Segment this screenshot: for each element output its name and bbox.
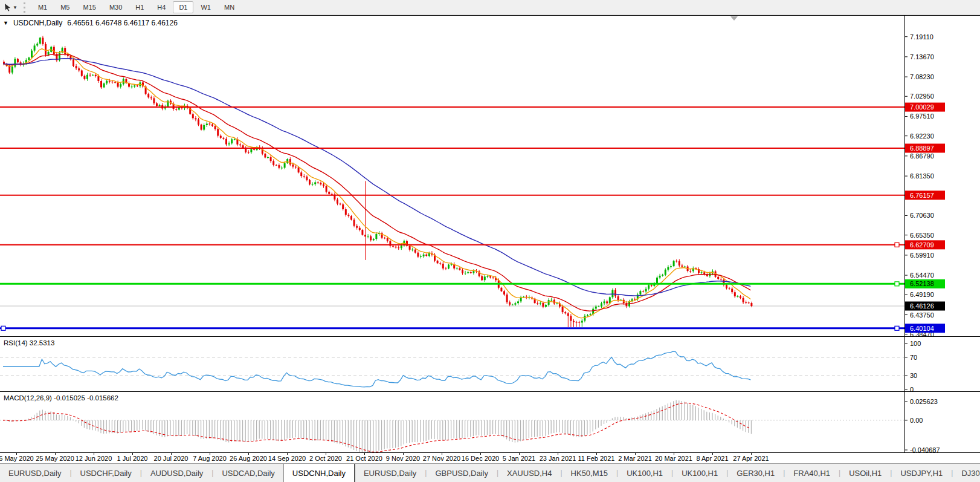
timeframe-button-m5[interactable]: M5: [54, 1, 76, 13]
tab-xauusd-h4[interactable]: XAUUSD,H4: [498, 464, 560, 482]
tab-dj30-weekly[interactable]: DJ30,Weekly: [953, 464, 980, 482]
svg-text:6.46126: 6.46126: [910, 302, 934, 310]
date-label: 21 Oct 2020: [346, 455, 382, 462]
svg-text:7.19110: 7.19110: [910, 33, 933, 41]
svg-text:6.52138: 6.52138: [910, 280, 934, 287]
tab-ger30-h1[interactable]: GER30,H1: [728, 464, 783, 482]
tab-gbpusd-daily[interactable]: GBPUSD,Daily: [427, 464, 496, 482]
rsi-axis-ticks: 10070300: [904, 340, 921, 391]
macd-signal-line: [3, 403, 750, 452]
chart-tab-bar: EURUSD,Daily|USDCHF,Daily|AUDUSD,Daily|U…: [0, 463, 980, 482]
hline-right-handle[interactable]: [895, 282, 899, 286]
macd-histogram: [4, 400, 751, 452]
svg-text:6.62709: 6.62709: [910, 241, 934, 249]
chart-title: ▼ USDCNH,Daily 6.46561 6.46748 6.46117 6…: [3, 19, 178, 27]
timeframe-toolbar: ▼ M1M5M15M30H1H4D1W1MN: [0, 0, 980, 15]
mt4-window: ▼ M1M5M15M30H1H4D1W1MN 7.191107.136707.0…: [0, 0, 980, 482]
date-label: 27 Nov 2020: [423, 455, 460, 462]
svg-text:7.08230: 7.08230: [910, 73, 934, 80]
date-label: 16 Dec 2020: [462, 455, 499, 462]
svg-text:6.81350: 6.81350: [910, 172, 934, 180]
svg-text:6.59910: 6.59910: [910, 252, 934, 259]
pointer-dropdown-caret-icon[interactable]: ▼: [13, 5, 18, 10]
svg-text:6.40104: 6.40104: [910, 325, 934, 332]
tab-usdcad-daily[interactable]: USDCAD,Daily: [213, 464, 283, 482]
hline-left-handle[interactable]: [1, 326, 5, 330]
date-label: 20 Jul 2020: [154, 455, 189, 462]
timeframe-button-m15[interactable]: M15: [77, 1, 102, 13]
svg-text:6.49190: 6.49190: [910, 291, 934, 298]
chart-ohlc-values: 6.46561 6.46748 6.46117 6.46126: [67, 19, 178, 27]
svg-text:6.92230: 6.92230: [910, 132, 934, 140]
tab-usdcnh-daily[interactable]: USDCNH,Daily: [283, 464, 355, 482]
date-label: 20 Mar 2021: [655, 455, 692, 462]
tab-usdchf-daily[interactable]: USDCHF,Daily: [72, 464, 140, 482]
svg-text:6.88897: 6.88897: [910, 145, 934, 152]
chart-shift-marker-icon[interactable]: [730, 16, 738, 21]
tab-uk100-h1[interactable]: UK100,H1: [673, 464, 726, 482]
date-label: 6 May 2020: [0, 455, 34, 462]
hline-6.52138[interactable]: [0, 282, 904, 286]
svg-text:6.65350: 6.65350: [910, 232, 934, 239]
date-label: 25 May 2020: [36, 455, 74, 462]
date-label: 2 Mar 2021: [618, 455, 652, 462]
svg-text:6.54470: 6.54470: [910, 272, 934, 279]
rsi-line: [3, 351, 750, 387]
rsi-pane: 10070300 RSI(14) 32.5313: [0, 337, 980, 392]
hline-6.40104[interactable]: [0, 326, 904, 330]
hline-6.62709[interactable]: [0, 243, 904, 247]
date-label: 12 Jun 2020: [76, 455, 112, 462]
chart-collapse-icon[interactable]: ▼: [3, 20, 8, 26]
svg-text:6.43750: 6.43750: [910, 311, 934, 319]
timeframe-buttons: M1M5M15M30H1H4D1W1MN: [31, 1, 241, 13]
price-label-6.62709: 6.62709: [905, 240, 945, 249]
timeframe-button-mn[interactable]: MN: [218, 1, 240, 13]
svg-text:6.97510: 6.97510: [910, 112, 934, 120]
price-pane: 7.191107.136707.082307.029506.975106.922…: [0, 16, 980, 337]
date-label: 27 Apr 2021: [733, 455, 769, 462]
price-label-6.52138: 6.52138: [905, 279, 945, 288]
svg-text:6.76157: 6.76157: [910, 192, 934, 199]
date-label: 14 Sep 2020: [268, 455, 306, 462]
tab-fra40-h1[interactable]: FRA40,H1: [785, 464, 839, 482]
timeframe-button-h1[interactable]: H1: [129, 1, 150, 13]
svg-text:7.00029: 7.00029: [910, 103, 934, 111]
tab-eurusd-daily[interactable]: EURUSD,Daily: [355, 464, 425, 482]
svg-text:7.13670: 7.13670: [910, 53, 934, 60]
svg-text:0.025623: 0.025623: [910, 398, 938, 405]
date-label: 2 Oct 2020: [309, 455, 342, 462]
tab-hk50-m15[interactable]: HK50,M15: [563, 464, 616, 482]
tab-eurusd-daily[interactable]: EURUSD,Daily: [0, 464, 69, 482]
date-label: 1 Jul 2020: [117, 455, 148, 462]
ma-slow-line: [3, 59, 750, 296]
tab-uk100-h1[interactable]: UK100,H1: [618, 464, 671, 482]
date-label: 8 Apr 2021: [696, 455, 728, 462]
price-label-6.88897: 6.88897: [905, 144, 945, 153]
timeframe-button-m30[interactable]: M30: [103, 1, 128, 13]
svg-text:30: 30: [910, 372, 917, 379]
toolbar-grip-handle[interactable]: [24, 2, 25, 13]
macd-pane: 0.0256230.00-0.040687 MACD(12,26,9) -0.0…: [0, 392, 980, 453]
hline-right-handle[interactable]: [895, 326, 899, 330]
tab-usoil-h1[interactable]: USOil,H1: [840, 464, 890, 482]
timeframe-button-d1[interactable]: D1: [173, 1, 193, 13]
svg-text:6.70630: 6.70630: [910, 212, 934, 219]
price-label-7.00029: 7.00029: [905, 103, 945, 112]
ma-medium-line: [3, 54, 750, 311]
date-axis[interactable]: 6 May 202025 May 202012 Jun 20201 Jul 20…: [0, 453, 980, 464]
date-label: 7 Aug 2020: [193, 455, 227, 462]
macd-axis-ticks: 0.0256230.00-0.040687: [904, 398, 940, 452]
svg-text:0: 0: [910, 386, 914, 391]
timeframe-button-w1[interactable]: W1: [195, 1, 217, 13]
tab-audusd-daily[interactable]: AUDUSD,Daily: [142, 464, 211, 482]
hline-right-handle[interactable]: [895, 243, 899, 247]
timeframe-button-m1[interactable]: M1: [32, 1, 53, 13]
chart-symbol-period: USDCNH,Daily: [13, 19, 62, 27]
svg-text:70: 70: [910, 354, 917, 361]
price-axis-ticks: 7.191107.136707.082307.029506.975106.922…: [904, 33, 934, 336]
date-label: 9 Nov 2020: [386, 455, 420, 462]
pointer-tool-icon[interactable]: [4, 3, 12, 11]
tab-usdjpy-h1[interactable]: USDJPY,H1: [892, 464, 951, 482]
timeframe-button-h4[interactable]: H4: [151, 1, 172, 13]
svg-text:0.00: 0.00: [910, 417, 923, 424]
